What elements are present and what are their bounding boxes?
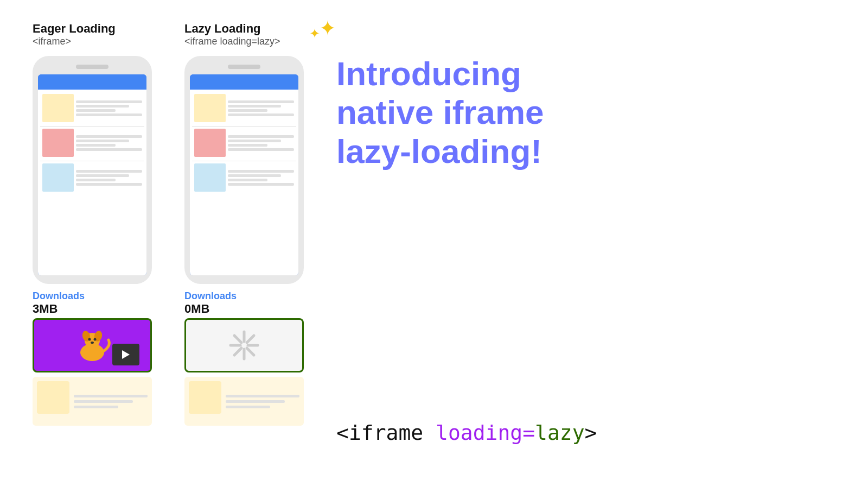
line	[228, 109, 267, 112]
eager-img-2	[42, 129, 74, 157]
eager-phone	[33, 56, 152, 284]
line	[74, 406, 118, 408]
line	[228, 179, 267, 181]
line	[76, 183, 142, 186]
lazy-iframe-preview	[184, 318, 304, 372]
svg-line-11	[234, 336, 241, 343]
line	[226, 400, 285, 403]
eager-lines-3	[76, 163, 142, 192]
lazy-downloads-amount: 0MB	[184, 302, 209, 316]
eager-bottom-lines	[74, 381, 148, 421]
eager-topbar	[38, 74, 146, 90]
lazy-header: Lazy Loading <iframe loading=lazy> ✦ ✦	[184, 22, 304, 47]
eager-lines-2	[76, 129, 142, 157]
intro-text: Introducing native iframe lazy-loading!	[336, 54, 825, 170]
intro-text-block: Introducing native iframe lazy-loading!	[336, 22, 825, 170]
lazy-block-2	[192, 126, 296, 159]
code-suffix-text: >	[585, 421, 597, 445]
left-section: Eager Loading <iframe>	[33, 22, 304, 477]
line	[228, 113, 294, 116]
lazy-img-3	[194, 163, 226, 192]
line	[228, 105, 281, 108]
svg-point-5	[94, 338, 97, 341]
play-triangle	[122, 350, 130, 359]
line	[76, 170, 142, 173]
phone-notch-eager	[76, 65, 108, 69]
svg-line-14	[234, 348, 241, 355]
lazy-title: Lazy Loading	[184, 22, 304, 36]
line	[76, 105, 129, 108]
eager-block-3	[40, 161, 144, 194]
line	[228, 144, 267, 147]
lazy-bottom-card	[184, 377, 304, 426]
intro-line2: native iframe	[336, 93, 544, 131]
play-icon	[112, 344, 139, 365]
loading-spinner-icon	[225, 326, 263, 364]
line	[228, 183, 294, 186]
line	[74, 400, 133, 403]
lazy-content	[190, 90, 298, 275]
eager-img-1	[42, 94, 74, 122]
code-iframe-text: <iframe	[336, 421, 423, 445]
eager-lines-1	[76, 94, 142, 122]
lazy-lines-2	[228, 129, 294, 157]
eager-title: Eager Loading	[33, 22, 152, 36]
svg-point-6	[91, 342, 94, 344]
line	[226, 395, 299, 397]
line	[228, 170, 294, 173]
line	[228, 135, 294, 138]
eager-bottom-img	[37, 381, 69, 414]
sparkle-small-icon: ✦	[309, 26, 320, 41]
main-container: Eager Loading <iframe>	[0, 0, 868, 499]
line	[228, 100, 294, 103]
dog-icon	[73, 326, 111, 364]
eager-content	[38, 90, 146, 275]
lazy-img-1	[194, 94, 226, 122]
line	[226, 406, 270, 408]
lazy-img-2	[194, 129, 226, 157]
svg-point-4	[88, 338, 91, 341]
line	[76, 174, 129, 177]
right-section: Introducing native iframe lazy-loading! …	[326, 22, 835, 477]
line	[228, 174, 281, 177]
lazy-block-1	[192, 92, 296, 124]
svg-line-13	[247, 336, 254, 343]
sparkle-icon: ✦	[319, 16, 336, 40]
lazy-downloads-label: Downloads	[184, 290, 237, 302]
eager-below-phone: Downloads 3MB	[33, 290, 152, 426]
line	[74, 395, 148, 397]
line	[76, 140, 129, 142]
line	[228, 148, 294, 151]
line	[76, 179, 116, 181]
lazy-lines-3	[228, 163, 294, 192]
lazy-column: Lazy Loading <iframe loading=lazy> ✦ ✦	[184, 22, 304, 477]
lazy-lines-1	[228, 94, 294, 122]
lazy-screen	[190, 74, 298, 275]
eager-iframe-preview	[33, 318, 152, 372]
eager-downloads-amount: 3MB	[33, 302, 58, 316]
line	[76, 113, 142, 116]
code-lazy-text: lazy	[535, 421, 585, 445]
svg-line-12	[247, 348, 254, 355]
phone-notch-lazy	[228, 65, 260, 69]
eager-screen	[38, 74, 146, 275]
line	[76, 144, 116, 147]
eager-img-3	[42, 163, 74, 192]
eager-block-1	[40, 92, 144, 124]
intro-line3: lazy-loading!	[336, 132, 542, 170]
lazy-bottom-lines	[226, 381, 299, 421]
code-loading-text: loading=	[423, 421, 535, 445]
eager-block-2	[40, 126, 144, 159]
line	[76, 135, 142, 138]
eager-header: Eager Loading <iframe>	[33, 22, 152, 47]
lazy-bottom-img	[189, 381, 221, 414]
lazy-subtitle: <iframe loading=lazy>	[184, 36, 304, 47]
code-snippet-block: <iframe loading=lazy>	[336, 405, 825, 477]
intro-line1: Introducing	[336, 55, 521, 92]
line	[76, 109, 116, 112]
lazy-topbar	[190, 74, 298, 90]
lazy-phone	[184, 56, 304, 284]
eager-column: Eager Loading <iframe>	[33, 22, 152, 477]
lazy-below-phone: Downloads 0MB	[184, 290, 304, 426]
eager-bottom-card	[33, 377, 152, 426]
